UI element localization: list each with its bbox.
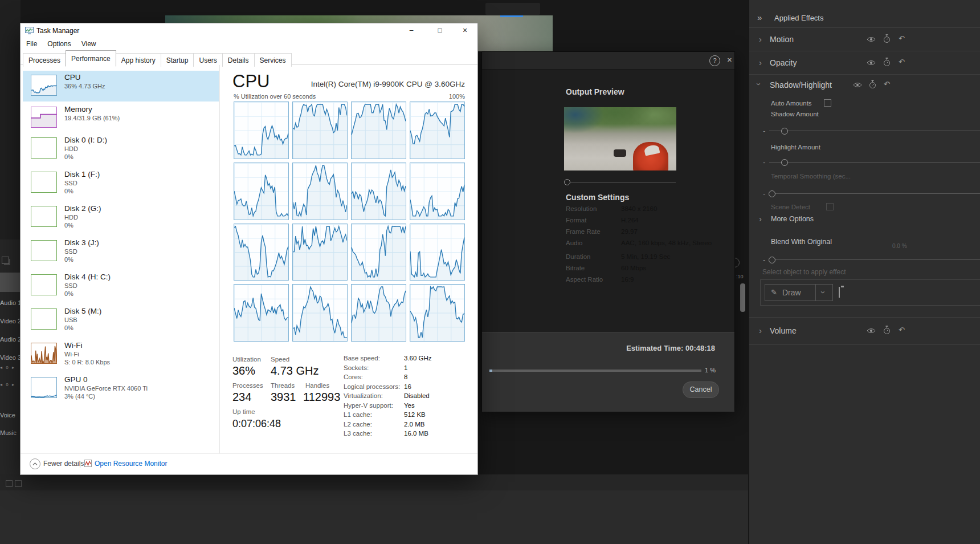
timeline-scrollbar-thumb[interactable] [740, 283, 745, 312]
track-label-audio-2[interactable]: Audio 2 [0, 336, 21, 343]
close-button[interactable]: × [454, 25, 476, 37]
eye-icon[interactable] [867, 36, 876, 43]
effect-row-volume[interactable]: › Volume ↶ [749, 317, 980, 344]
core-graph [410, 224, 465, 281]
chevron-right-icon[interactable]: › [759, 326, 762, 335]
effect-row-opacity[interactable]: › Opacity ↶ [749, 51, 980, 74]
reset-icon[interactable]: ↶ [899, 58, 905, 66]
reset-icon[interactable]: ↶ [899, 34, 905, 43]
core-graph [351, 163, 406, 220]
sidebar-item-disk-1-f-[interactable]: Disk 1 (F:) SSD 0% [23, 168, 219, 198]
draw-dropdown-button[interactable]: › [815, 284, 833, 301]
collapse-panel-icon[interactable]: » [757, 13, 761, 22]
blend-slider-track[interactable] [769, 259, 980, 260]
reset-icon[interactable]: ↶ [899, 326, 905, 334]
stopwatch-icon[interactable] [883, 58, 891, 67]
fewer-details-icon[interactable] [30, 458, 40, 469]
stopwatch-icon[interactable] [869, 80, 876, 89]
cpu-details-list: Base speed: 3.60 GHz Sockets: 1 Cores: 8… [344, 355, 469, 446]
output-preview-thumbnail [564, 107, 676, 170]
menu-item[interactable]: View [81, 40, 96, 48]
shadow-amount-slider-knob[interactable] [781, 128, 788, 135]
menu-item[interactable]: File [26, 40, 37, 48]
core-graph [234, 224, 289, 281]
eye-icon[interactable] [853, 82, 862, 88]
fewer-details-label[interactable]: Fewer details [43, 460, 84, 468]
sidebar-item-title: CPU [64, 73, 81, 82]
sidebar-item-wi-fi[interactable]: Wi-Fi Wi-Fi S: 0 R: 8.0 Kbps [23, 339, 219, 370]
help-icon[interactable]: ? [709, 55, 720, 66]
sidebar-mini-graph [31, 240, 57, 261]
sidebar-item-title: GPU 0 [64, 375, 88, 384]
cancel-button[interactable]: Cancel [683, 381, 719, 398]
slider-minus[interactable]: - [763, 255, 765, 264]
timeline-tool-icon-2[interactable] [15, 480, 22, 487]
tab-startup[interactable]: Startup [161, 53, 194, 67]
tab-processes[interactable]: Processes [23, 53, 66, 67]
project-assets-icon[interactable] [2, 257, 9, 264]
task-manager-titlebar[interactable]: Task Manager – □ × [21, 23, 477, 38]
sidebar-item-gpu-0[interactable]: GPU 0 NVIDIA GeForce RTX 4060 Ti 3% (44 … [23, 373, 219, 404]
effect-row-motion[interactable]: › Motion ↶ [749, 27, 980, 51]
chevron-right-icon[interactable]: › [759, 214, 762, 224]
track-label-audio-1[interactable]: Audio 1 [0, 299, 21, 306]
sidebar-item-disk-3-j-[interactable]: Disk 3 (J:) SSD 0% [23, 236, 219, 267]
temporal-smoothing-slider-knob[interactable] [769, 190, 775, 197]
temporal-smoothing-slider-track[interactable] [769, 193, 980, 194]
maximize-button[interactable]: □ [428, 25, 451, 37]
output-preview-title: Output Preview [566, 87, 624, 96]
eye-icon[interactable] [867, 327, 876, 334]
slider-minus[interactable]: - [763, 158, 765, 167]
sidebar-item-memory[interactable]: Memory 19.4/31.9 GB (61%) [23, 103, 219, 133]
eye-icon[interactable] [867, 59, 876, 66]
tab-users[interactable]: Users [193, 53, 222, 67]
tab-performance[interactable]: Performance [66, 50, 116, 66]
more-options-label[interactable]: More Options [771, 215, 814, 223]
chevron-down-icon[interactable]: › [754, 83, 764, 86]
sidebar-item-disk-5-m-[interactable]: Disk 5 (M:) USB 0% [23, 305, 219, 335]
track-label-video-3[interactable]: Video 3 [0, 354, 21, 361]
chevron-right-icon[interactable]: › [759, 34, 762, 44]
tab-services[interactable]: Services [254, 53, 292, 67]
auto-amounts-checkbox[interactable] [824, 99, 831, 107]
sidebar-item-cpu[interactable]: CPU 36% 4.73 GHz [23, 71, 219, 102]
scene-detect-checkbox[interactable] [826, 203, 834, 210]
clipboard-icon[interactable] [839, 287, 840, 298]
slider-minus[interactable]: - [763, 189, 765, 198]
track-label-video-2[interactable]: Video 2 [0, 318, 21, 324]
sidebar-item-disk-0-i-d-[interactable]: Disk 0 (I: D:) HDD 0% [23, 133, 219, 164]
tab-app-history[interactable]: App history [116, 53, 161, 67]
stat-label: Utilization [232, 356, 261, 363]
sidebar-mini-graph [31, 206, 57, 227]
preview-scrub-track[interactable] [569, 182, 676, 182]
preview-scrub-knob[interactable] [564, 179, 570, 185]
open-resource-monitor-link[interactable]: Open Resource Monitor [95, 460, 167, 468]
close-icon[interactable]: × [727, 55, 732, 64]
menu-item[interactable]: Options [47, 40, 71, 48]
row-value: 5 Min, 19.19 Sec [621, 253, 670, 260]
draw-button[interactable]: ✎ Draw [765, 284, 816, 301]
slider-minus[interactable]: - [763, 127, 765, 135]
highlight-amount-slider-track[interactable] [769, 162, 980, 163]
track-audio-controls[interactable]: ◂ 0 ▸ [0, 365, 21, 370]
stopwatch-icon[interactable] [883, 34, 891, 43]
blend-value[interactable]: 0.0 % [892, 243, 907, 249]
chevron-right-icon[interactable]: › [759, 58, 762, 67]
timeline-tool-icon[interactable] [6, 480, 13, 487]
sidebar-item-line1: USB [64, 316, 77, 323]
sidebar-item-disk-4-h-c-[interactable]: Disk 4 (H: C:) SSD 0% [23, 270, 219, 301]
highlight-amount-slider-knob[interactable] [781, 159, 788, 166]
sidebar-item-disk-2-g-[interactable]: Disk 2 (G:) HDD 0% [23, 202, 219, 233]
effect-row-shadow-highlight[interactable]: › Shadow/Highlight ↶ [749, 74, 980, 95]
track-audio-controls-2[interactable]: ◂ 0 ▸ [0, 382, 21, 387]
blend-slider-knob[interactable] [769, 257, 775, 263]
track-label-voice[interactable]: Voice [0, 412, 21, 419]
undo-icon[interactable]: ↶ [884, 80, 890, 88]
shadow-amount-slider-track[interactable] [769, 131, 980, 131]
stopwatch-icon[interactable] [883, 326, 891, 335]
track-label-music[interactable]: Music [0, 429, 21, 436]
minimize-button[interactable]: – [400, 25, 423, 37]
sidebar-item-title: Disk 0 (I: D:) [64, 136, 107, 144]
tab-details[interactable]: Details [222, 53, 255, 67]
editor-top-tab[interactable] [485, 3, 540, 15]
